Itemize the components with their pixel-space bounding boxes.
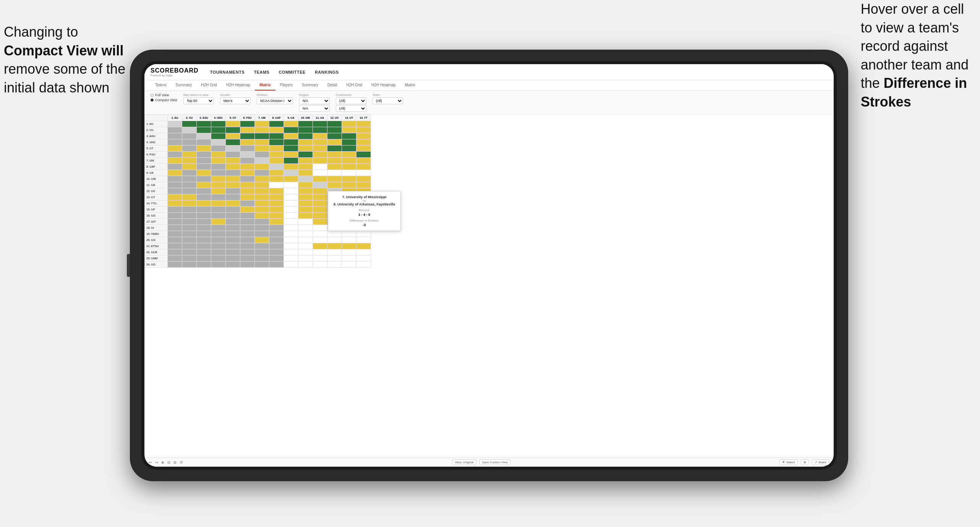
matrix-cell-22-13[interactable] [356,255,371,262]
matrix-cell-2-10[interactable] [313,133,327,139]
matrix-cell-23-9[interactable] [298,262,313,268]
matrix-cell-4-1[interactable] [182,145,197,152]
matrix-cell-10-12[interactable] [342,182,356,188]
matrix-cell-9-3[interactable] [211,176,226,182]
matrix-cell-15-0[interactable] [168,213,182,219]
matrix-cell-8-6[interactable] [255,170,269,176]
matrix-cell-7-9[interactable] [298,164,313,170]
matrix-cell-5-4[interactable] [226,152,240,158]
toolbar-icon-3[interactable]: ⊟ [173,461,177,464]
matrix-cell-10-7[interactable] [269,182,284,188]
matrix-cell-5-10[interactable] [313,152,327,158]
matrix-cell-3-8[interactable] [284,139,298,145]
matrix-cell-17-6[interactable] [255,225,269,231]
matrix-cell-21-13[interactable] [356,249,371,255]
matrix-cell-3-5[interactable] [240,139,255,145]
matrix-cell-18-12[interactable] [342,231,356,237]
matrix-cell-2-7[interactable] [269,133,284,139]
matrix-cell-21-8[interactable] [284,249,298,255]
matrix-cell-3-13[interactable] [356,139,371,145]
matrix-cell-23-13[interactable] [356,262,371,268]
share-button[interactable]: ↗ Share [812,459,829,465]
matrix-cell-3-0[interactable] [168,139,182,145]
matrix-scroll[interactable]: 1. AU 2. VU 3. ASU 4. UNC 5. UT 6. FSU 7… [144,115,834,457]
matrix-cell-20-1[interactable] [182,243,197,249]
matrix-cell-17-4[interactable] [226,225,240,231]
matrix-cell-19-13[interactable] [356,237,371,243]
subnav-detail[interactable]: Detail [323,80,342,91]
matrix-cell-13-5[interactable] [240,200,255,207]
matrix-cell-20-13[interactable] [356,243,371,249]
toolbar-icon-2[interactable]: ⊡ [167,461,170,464]
matrix-cell-17-1[interactable] [182,225,197,231]
matrix-cell-11-1[interactable] [182,188,197,194]
matrix-cell-16-9[interactable] [298,219,313,225]
matrix-cell-22-12[interactable] [342,255,356,262]
matrix-cell-13-9[interactable] [298,200,313,207]
matrix-cell-11-8[interactable] [284,188,298,194]
subnav-h2h-grid1[interactable]: H2H Grid [196,80,222,91]
matrix-cell-9-1[interactable] [182,176,197,182]
undo-icon[interactable]: ↩ [149,461,152,464]
matrix-cell-4-8[interactable] [284,145,298,152]
matrix-cell-18-10[interactable] [313,231,327,237]
matrix-cell-8-12[interactable] [342,170,356,176]
matrix-cell-10-0[interactable] [168,182,182,188]
matrix-cell-21-5[interactable] [240,249,255,255]
matrix-cell-1-0[interactable] [168,127,182,133]
matrix-cell-19-7[interactable] [269,237,284,243]
matrix-cell-8-2[interactable] [197,170,211,176]
matrix-cell-17-0[interactable] [168,225,182,231]
matrix-cell-15-10[interactable] [313,213,327,219]
toolbar-icon-4[interactable]: ⏱ [180,461,183,464]
matrix-cell-22-8[interactable] [284,255,298,262]
matrix-cell-8-4[interactable] [226,170,240,176]
matrix-cell-4-10[interactable] [313,145,327,152]
matrix-cell-1-4[interactable] [226,127,240,133]
matrix-cell-10-5[interactable] [240,182,255,188]
matrix-cell-9-12[interactable] [342,176,356,182]
matrix-cell-5-0[interactable] [168,152,182,158]
matrix-cell-19-4[interactable] [226,237,240,243]
matrix-cell-13-2[interactable] [197,200,211,207]
matrix-cell-10-1[interactable] [182,182,197,188]
matrix-cell-5-13[interactable] [356,152,371,158]
matrix-cell-6-13[interactable] [356,158,371,164]
matrix-cell-11-0[interactable] [168,188,182,194]
matrix-cell-23-3[interactable] [211,262,226,268]
matrix-cell-23-12[interactable] [342,262,356,268]
matrix-cell-1-12[interactable] [342,127,356,133]
matrix-cell-7-7[interactable] [269,164,284,170]
matrix-cell-2-1[interactable] [182,133,197,139]
matrix-cell-3-7[interactable] [269,139,284,145]
matrix-cell-11-7[interactable] [269,188,284,194]
matrix-cell-3-4[interactable] [226,139,240,145]
matrix-cell-23-8[interactable] [284,262,298,268]
matrix-cell-11-9[interactable] [298,188,313,194]
matrix-cell-16-8[interactable] [284,219,298,225]
matrix-cell-12-0[interactable] [168,194,182,200]
matrix-cell-21-3[interactable] [211,249,226,255]
matrix-cell-17-10[interactable] [313,225,327,231]
matrix-cell-9-4[interactable] [226,176,240,182]
matrix-cell-19-10[interactable] [313,237,327,243]
matrix-cell-4-7[interactable] [269,145,284,152]
matrix-cell-13-8[interactable] [284,200,298,207]
matrix-cell-23-11[interactable] [327,262,342,268]
matrix-cell-6-12[interactable] [342,158,356,164]
matrix-cell-12-7[interactable] [269,194,284,200]
matrix-cell-3-6[interactable] [255,139,269,145]
matrix-cell-0-13[interactable] [356,121,371,127]
matrix-cell-0-9[interactable] [298,121,313,127]
matrix-cell-13-3[interactable] [211,200,226,207]
matrix-cell-2-12[interactable] [342,133,356,139]
matrix-cell-17-7[interactable] [269,225,284,231]
matrix-cell-0-12[interactable] [342,121,356,127]
matrix-cell-1-13[interactable] [356,127,371,133]
matrix-cell-18-11[interactable] [327,231,342,237]
matrix-cell-13-0[interactable] [168,200,182,207]
matrix-cell-20-12[interactable] [342,243,356,249]
matrix-cell-7-0[interactable] [168,164,182,170]
matrix-cell-21-11[interactable] [327,249,342,255]
matrix-cell-15-1[interactable] [182,213,197,219]
